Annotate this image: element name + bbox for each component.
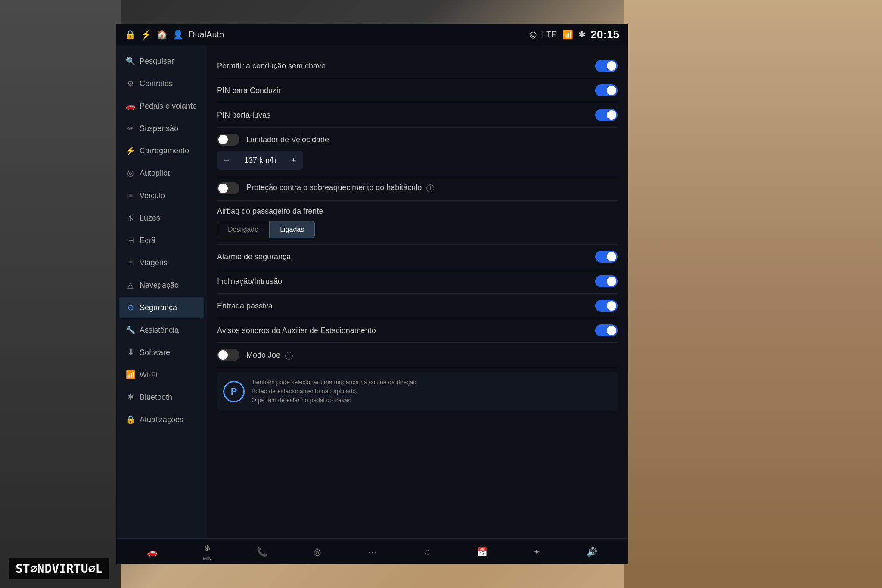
volume-icon: 🔊 (586, 546, 598, 558)
sidebar-item-carregamento[interactable]: ⚡ Carregamento (119, 140, 204, 162)
sidebar-item-pesquisar[interactable]: 🔍 Pesquisar (119, 50, 204, 72)
sidebar-item-suspensao[interactable]: ✏ Suspensão (119, 118, 204, 139)
sidebar-item-veiculo[interactable]: ≡ Veículo (119, 185, 204, 206)
airbag-section: Airbag do passageiro da frente Desligado… (217, 201, 618, 245)
tilt-label: Inclinação/Intrusão (217, 277, 588, 286)
sidebar-item-software[interactable]: ⬇ Software (119, 342, 204, 363)
navegacao-icon: △ (126, 280, 135, 290)
speed-minus-button[interactable]: − (217, 151, 236, 170)
toolbar-apps[interactable]: ⋯ (366, 546, 378, 558)
speed-plus-button[interactable]: + (284, 151, 303, 170)
sidebar-label-bluetooth: Bluetooth (140, 393, 172, 402)
seguranca-icon: ⊙ (126, 303, 135, 312)
wifi-icon: 📶 (126, 370, 135, 380)
tilt-toggle[interactable] (595, 275, 618, 287)
parking-text: Também pode selecionar uma mudança na co… (252, 378, 612, 405)
car-left-panel (0, 0, 121, 588)
sidebar-item-controlos[interactable]: ⚙ Controlos (119, 73, 204, 94)
keyless-toggle[interactable] (595, 60, 618, 72)
main-screen: 🔍 Pesquisar ⚙ Controlos 🚗 Pedais e volan… (116, 45, 628, 564)
sidebar-label-pedais: Pedais e volante (140, 102, 197, 111)
speed-limiter-toggle[interactable] (217, 134, 239, 146)
sidebar-label-atualizacoes: Atualizações (140, 415, 183, 424)
home-icon: 🏠 (157, 29, 168, 40)
pin-glove-toggle[interactable] (595, 109, 618, 121)
sidebar-item-ecra[interactable]: 🖥 Ecrã (119, 230, 204, 251)
controlos-icon: ⚙ (126, 79, 135, 88)
toolbar-star[interactable]: ✦ (531, 546, 543, 558)
keyless-label: Permitir a condução sem chave (217, 62, 588, 71)
viagens-icon: ≡ (126, 258, 135, 268)
toolbar-spotify[interactable]: ♫ (421, 546, 433, 558)
parking-text3: O pé tem de estar no pedal do travão (252, 396, 612, 405)
pin-glove-row: PIN porta-luvas (217, 103, 618, 128)
sidebar-label-carregamento: Carregamento (140, 146, 189, 156)
mode-joe-toggle[interactable] (217, 349, 239, 361)
software-icon: ⬇ (126, 348, 135, 357)
bluetooth-icon: ✱ (126, 392, 135, 402)
brand-logo: ST∅NDVIRTU∅L (9, 558, 109, 579)
toolbar-car[interactable]: 🚗 (146, 546, 158, 558)
clock: 20:15 (591, 28, 620, 41)
lte-label: LTE (542, 30, 557, 40)
sidebar-label-suspensao: Suspensão (140, 124, 178, 133)
status-bar: 🔒 ⚡ 🏠 👤 DualAuto ◎ LTE 📶 ✱ 20:15 (116, 24, 628, 45)
parking-text2: Botão de estacionamento não aplicado. (252, 387, 612, 396)
speed-limiter-section: Limitador de Velocidade − 137 km/h + (217, 128, 618, 176)
calendar-icon: 📅 (476, 546, 488, 558)
airbag-off-button[interactable]: Desligado (217, 221, 269, 238)
passive-entry-toggle[interactable] (595, 300, 618, 312)
airbag-buttons: Desligado Ligadas (217, 221, 618, 238)
sidebar-item-assistencia[interactable]: 🔧 Assistência (119, 319, 204, 341)
star-icon: ✦ (531, 546, 543, 558)
protection-toggle[interactable] (217, 182, 239, 194)
sidebar-item-navegacao[interactable]: △ Navegação (119, 274, 204, 296)
toolbar-phone[interactable]: 📞 (256, 546, 268, 558)
carregamento-icon: ⚡ (126, 146, 135, 156)
toolbar-climate[interactable]: ❄ MIN (201, 542, 213, 561)
sidebar-label-veiculo: Veículo (140, 191, 165, 200)
pin-drive-toggle[interactable] (595, 84, 618, 96)
atualizacoes-icon: 🔒 (126, 415, 135, 424)
target-icon: ◎ (529, 29, 537, 40)
sidebar-item-wifi[interactable]: 📶 Wi-Fi (119, 364, 204, 386)
bottom-toolbar: 🚗 ❄ MIN 📞 ◎ ⋯ ♫ 📅 ✦ 🔊 (116, 538, 628, 564)
mode-joe-label: Modo Joe i (246, 351, 618, 360)
sidebar-item-pedais[interactable]: 🚗 Pedais e volante (119, 95, 204, 117)
sidebar: 🔍 Pesquisar ⚙ Controlos 🚗 Pedais e volan… (116, 45, 207, 538)
protection-label: Proteção contra o sobreaquecimento do ha… (246, 182, 618, 193)
pedais-icon: 🚗 (126, 101, 135, 111)
mode-joe-info-icon[interactable]: i (285, 352, 293, 360)
airbag-on-button[interactable]: Ligadas (269, 221, 315, 238)
alarm-row: Alarme de segurança (217, 245, 618, 269)
lock-icon: 🔒 (125, 29, 136, 40)
sidebar-item-bluetooth[interactable]: ✱ Bluetooth (119, 386, 204, 408)
sidebar-item-luzes[interactable]: ✳ Luzes (119, 207, 204, 229)
alarm-toggle[interactable] (595, 251, 618, 263)
climate-icon: ❄ (201, 542, 213, 554)
sidebar-label-assistencia: Assistência (140, 326, 179, 335)
sidebar-item-autopilot[interactable]: ◎ Autopilot (119, 162, 204, 184)
pesquisar-icon: 🔍 (126, 56, 135, 66)
toolbar-media[interactable]: ◎ (311, 546, 323, 558)
parking-sound-row: Avisos sonoros do Auxiliar de Estacionam… (217, 318, 618, 343)
sidebar-item-seguranca[interactable]: ⊙ Segurança (119, 297, 204, 318)
sidebar-label-luzes: Luzes (140, 214, 160, 223)
parking-info-section: P Também pode selecionar uma mudança na … (217, 372, 618, 411)
toolbar-volume[interactable]: 🔊 (586, 546, 598, 558)
sidebar-item-atualizacoes[interactable]: 🔒 Atualizações (119, 409, 204, 430)
parking-sound-toggle[interactable] (595, 324, 618, 336)
keyless-row: Permitir a condução sem chave (217, 54, 618, 78)
passive-entry-row: Entrada passiva (217, 294, 618, 318)
protection-info-icon[interactable]: i (426, 184, 434, 192)
content-area[interactable]: Permitir a condução sem chave PIN para C… (207, 45, 628, 538)
toolbar-calendar[interactable]: 📅 (476, 546, 488, 558)
sidebar-label-navegacao: Navegação (140, 281, 179, 290)
speed-control: − 137 km/h + (217, 151, 303, 170)
sidebar-label-autopilot: Autopilot (140, 169, 170, 178)
sidebar-item-viagens[interactable]: ≡ Viagens (119, 252, 204, 274)
alarm-label: Alarme de segurança (217, 252, 588, 261)
car-icon: 🚗 (146, 546, 158, 558)
climate-label: MIN (203, 556, 211, 561)
bluetooth-status-icon: ✱ (578, 29, 586, 40)
